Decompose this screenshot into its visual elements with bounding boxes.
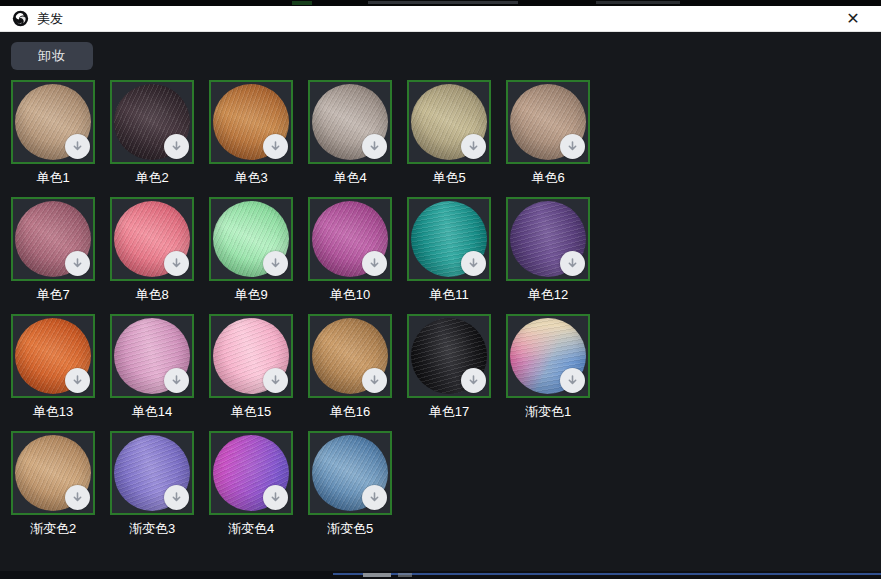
swatch-label: 单色13 xyxy=(11,403,95,419)
swatch-cell: 单色5 xyxy=(407,80,491,197)
swatch-row: 渐变色2渐变色3渐变色4渐变色5 xyxy=(11,431,590,548)
hair-color-tile[interactable] xyxy=(407,197,491,281)
download-arrow-icon[interactable] xyxy=(461,251,486,276)
background-remnant xyxy=(596,1,680,4)
swatch-label: 渐变色4 xyxy=(209,520,293,536)
hair-color-tile[interactable] xyxy=(110,197,194,281)
swatch-cell: 单色7 xyxy=(11,197,95,314)
hair-color-tile[interactable] xyxy=(11,197,95,281)
swatch-label: 单色3 xyxy=(209,169,293,185)
swatch-cell: 渐变色4 xyxy=(209,431,293,548)
remove-makeup-button[interactable]: 卸妆 xyxy=(11,42,93,70)
swatch-label: 单色12 xyxy=(506,286,590,302)
download-arrow-icon[interactable] xyxy=(461,134,486,159)
background-remnant xyxy=(333,573,881,575)
hair-color-tile[interactable] xyxy=(506,80,590,164)
swatch-cell: 单色6 xyxy=(506,80,590,197)
hair-color-tile[interactable] xyxy=(209,431,293,515)
swatch-row: 单色13单色14单色15单色16单色17渐变色1 xyxy=(11,314,590,431)
swatch-label: 单色16 xyxy=(308,403,392,419)
swatch-label: 单色6 xyxy=(506,169,590,185)
swatch-cell: 单色16 xyxy=(308,314,392,431)
download-arrow-icon[interactable] xyxy=(65,485,90,510)
background-remnant xyxy=(398,573,412,577)
swatch-cell: 单色13 xyxy=(11,314,95,431)
dialog-title: 美发 xyxy=(37,10,63,28)
download-arrow-icon[interactable] xyxy=(263,368,288,393)
hair-color-tile[interactable] xyxy=(209,80,293,164)
swatch-label: 单色14 xyxy=(110,403,194,419)
swatch-cell: 单色4 xyxy=(308,80,392,197)
swatch-row: 单色7单色8单色9单色10单色11单色12 xyxy=(11,197,590,314)
swatch-cell: 单色9 xyxy=(209,197,293,314)
dialog-body: 卸妆 单色1单色2单色3单色4单色5单色6单色7单色8单色9单色10单色11单色… xyxy=(0,32,881,571)
download-arrow-icon[interactable] xyxy=(164,134,189,159)
close-button[interactable]: ✕ xyxy=(839,7,867,31)
swatch-label: 单色9 xyxy=(209,286,293,302)
swatch-label: 单色15 xyxy=(209,403,293,419)
hair-color-tile[interactable] xyxy=(209,197,293,281)
swatch-cell: 单色10 xyxy=(308,197,392,314)
hair-color-tile[interactable] xyxy=(308,431,392,515)
hair-color-tile[interactable] xyxy=(110,431,194,515)
swatch-cell: 渐变色5 xyxy=(308,431,392,548)
hair-color-tile[interactable] xyxy=(308,80,392,164)
download-arrow-icon[interactable] xyxy=(263,485,288,510)
download-arrow-icon[interactable] xyxy=(560,251,585,276)
screen: 美发 ✕ 卸妆 单色1单色2单色3单色4单色5单色6单色7单色8单色9单色10单… xyxy=(0,0,881,579)
swatch-cell: 单色14 xyxy=(110,314,194,431)
download-arrow-icon[interactable] xyxy=(560,368,585,393)
download-arrow-icon[interactable] xyxy=(461,368,486,393)
hair-color-tile[interactable] xyxy=(11,431,95,515)
download-arrow-icon[interactable] xyxy=(362,368,387,393)
swatch-label: 单色5 xyxy=(407,169,491,185)
swatch-label: 单色1 xyxy=(11,169,95,185)
hair-color-tile[interactable] xyxy=(110,80,194,164)
hair-color-grid: 单色1单色2单色3单色4单色5单色6单色7单色8单色9单色10单色11单色12单… xyxy=(11,80,590,548)
hair-color-tile[interactable] xyxy=(110,314,194,398)
hair-color-tile[interactable] xyxy=(11,80,95,164)
download-arrow-icon[interactable] xyxy=(362,251,387,276)
download-arrow-icon[interactable] xyxy=(164,251,189,276)
download-arrow-icon[interactable] xyxy=(560,134,585,159)
swatch-cell: 单色8 xyxy=(110,197,194,314)
hair-color-tile[interactable] xyxy=(407,80,491,164)
download-arrow-icon[interactable] xyxy=(65,251,90,276)
dialog-titlebar: 美发 ✕ xyxy=(0,6,881,32)
hair-color-tile[interactable] xyxy=(11,314,95,398)
hair-color-tile[interactable] xyxy=(407,314,491,398)
download-arrow-icon[interactable] xyxy=(65,368,90,393)
download-arrow-icon[interactable] xyxy=(362,485,387,510)
swatch-cell: 单色12 xyxy=(506,197,590,314)
swatch-row: 单色1单色2单色3单色4单色5单色6 xyxy=(11,80,590,197)
swatch-cell: 单色17 xyxy=(407,314,491,431)
swatch-label: 渐变色1 xyxy=(506,403,590,419)
download-arrow-icon[interactable] xyxy=(164,485,189,510)
swatch-label: 单色17 xyxy=(407,403,491,419)
swatch-cell: 单色2 xyxy=(110,80,194,197)
background-remnant xyxy=(292,1,312,5)
swatch-cell: 单色11 xyxy=(407,197,491,314)
download-arrow-icon[interactable] xyxy=(362,134,387,159)
download-arrow-icon[interactable] xyxy=(164,368,189,393)
swatch-cell: 渐变色3 xyxy=(110,431,194,548)
swatch-label: 单色10 xyxy=(308,286,392,302)
hair-color-tile[interactable] xyxy=(308,314,392,398)
hair-color-tile[interactable] xyxy=(506,197,590,281)
swatch-label: 渐变色5 xyxy=(308,520,392,536)
swatch-cell: 渐变色2 xyxy=(11,431,95,548)
download-arrow-icon[interactable] xyxy=(65,134,90,159)
swatch-cell: 单色15 xyxy=(209,314,293,431)
swatch-cell: 单色3 xyxy=(209,80,293,197)
swatch-label: 单色4 xyxy=(308,169,392,185)
hair-color-tile[interactable] xyxy=(506,314,590,398)
hair-color-tile[interactable] xyxy=(209,314,293,398)
background-remnant xyxy=(363,573,391,577)
download-arrow-icon[interactable] xyxy=(263,134,288,159)
swatch-label: 渐变色3 xyxy=(110,520,194,536)
download-arrow-icon[interactable] xyxy=(263,251,288,276)
hair-color-tile[interactable] xyxy=(308,197,392,281)
swatch-cell: 单色1 xyxy=(11,80,95,197)
background-app-bottom-strip xyxy=(0,571,881,579)
swatch-label: 单色11 xyxy=(407,286,491,302)
